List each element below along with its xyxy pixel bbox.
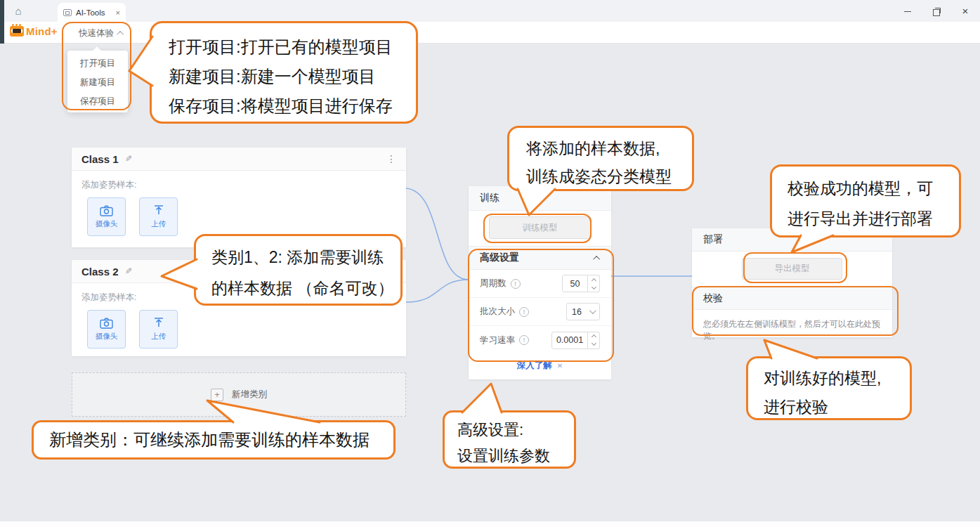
callout-line: 训练成姿态分类模型 [526,162,692,190]
add-class-label: 新增类别 [232,389,267,401]
menu-item-save-project[interactable]: 保存项目 [67,92,128,111]
epochs-stepper[interactable] [588,275,600,292]
training-title: 训练 [480,192,499,204]
epochs-input[interactable] [562,275,588,292]
step-down-icon[interactable] [591,284,596,289]
info-icon[interactable]: ! [519,307,529,317]
window-controls: × [903,0,970,22]
learn-more-link[interactable]: 深入了解 [517,360,552,372]
camera-label: 摄像头 [96,332,118,341]
close-button[interactable]: × [960,6,970,16]
param-row-epochs: 周期数 ! [469,270,611,298]
callout-line: 高级设置: [457,417,574,443]
tab-ai-tools[interactable]: AI-Tools × [58,3,126,22]
camera-icon [100,205,113,216]
camera-button[interactable]: 摄像头 [87,197,126,236]
minimize-button[interactable] [903,6,913,16]
callout-line: 新增类别：可继续添加需要训练的样本数据 [49,429,370,451]
callout-line: 的样本数据 （命名可改） [211,273,400,304]
sample-buttons: 摄像头 上传 [87,197,406,236]
edit-pencil-icon[interactable]: ✎ [125,266,132,276]
step-down-icon[interactable] [591,341,596,346]
callout-line: 保存项目:将模型项目进行保存 [169,91,416,121]
param-row-learning-rate: 学习速率 ! [469,326,611,354]
advanced-settings-title: 高级设置 [480,252,519,264]
callout-line: 将添加的样本数据, [526,134,692,162]
callout-line: 类别1、2: 添加需要训练 [211,242,400,273]
upload-button[interactable]: 上传 [139,197,178,236]
validate-header: 校验 [692,287,892,310]
sample-buttons: 摄像头 上传 [87,310,406,349]
step-up-icon[interactable] [591,278,596,282]
bottom-strip [0,521,980,527]
info-icon[interactable]: ! [511,279,521,289]
callout-line: 校验成功的模型，可 [788,174,959,204]
upload-icon [153,318,164,329]
training-panel: 训练 训练模型 高级设置 周期数 ! 批次大小 ! [469,186,611,379]
chevron-up-icon [117,30,124,37]
class-card-1-header: Class 1 ✎ ⋮ [72,148,406,171]
learning-rate-input[interactable] [551,332,588,349]
callout-advanced: 高级设置: 设置训练参数 [443,410,576,469]
plus-icon: + [211,389,223,401]
learning-rate-stepper[interactable] [588,332,600,349]
callout-line: 新建项目:新建一个模型项目 [169,62,416,91]
upload-label: 上传 [151,332,166,341]
export-model-button[interactable]: 导出模型 [742,258,842,280]
collapse-chevron-icon[interactable] [593,255,600,262]
callout-line: 进行导出并进行部署 [788,204,959,234]
add-class-button[interactable]: + 新增类别 [72,372,406,417]
callout-line: 设置训练参数 [457,443,574,469]
callout-validate: 对训练好的模型, 进行校验 [746,356,912,420]
train-model-button[interactable]: 训练模型 [489,216,592,239]
learn-more-row: 深入了解 ✕ [469,360,611,372]
callout-line: 进行校验 [764,393,910,422]
camera-button[interactable]: 摄像头 [87,310,126,349]
callout-quick-menu: 打开项目:打开已有的模型项目 新建项目:新建一个模型项目 保存项目:将模型项目进… [150,21,418,124]
quick-menu-dropdown: 打开项目 新建项目 保存项目 [67,51,128,112]
toolbar [0,22,980,44]
tab-title: AI-Tools [76,8,112,17]
class-1-title: Class 1 [81,153,119,165]
step-up-icon[interactable] [591,334,596,339]
callout-classes: 类别1、2: 添加需要训练 的样本数据 （命名可改） [194,234,403,306]
camera-icon [100,318,113,329]
batch-size-value: 16 [572,307,582,317]
epochs-label: 周期数 [480,278,507,289]
callout-line: 对训练好的模型, [764,364,910,393]
quick-experience-menu-button[interactable]: 快速体验 [72,25,130,41]
learning-rate-label: 学习速率 [480,334,515,346]
home-icon[interactable]: ⌂ [11,5,25,18]
param-row-batch-size: 批次大小 ! 16 [469,298,611,326]
info-icon[interactable]: ! [519,335,529,345]
edit-pencil-icon[interactable]: ✎ [125,154,132,164]
camera-label: 摄像头 [96,219,118,229]
batch-size-label: 批次大小 [480,306,515,318]
callout-train: 将添加的样本数据, 训练成姿态分类模型 [507,126,694,191]
menu-item-open-project[interactable]: 打开项目 [67,54,128,73]
edge-strip [0,0,4,44]
validate-title: 校验 [703,292,723,305]
upload-button[interactable]: 上传 [139,310,178,349]
sample-hint: 添加姿势样本: [81,179,406,191]
batch-size-select[interactable]: 16 [566,303,600,320]
tab-page-icon [63,9,72,16]
menu-item-new-project[interactable]: 新建项目 [67,73,128,92]
advanced-settings-header[interactable]: 高级设置 [469,246,611,270]
deploy-title: 部署 [703,233,723,246]
callout-add-class: 新增类别：可继续添加需要训练的样本数据 [32,420,396,460]
robot-logo-icon [10,26,24,37]
validate-hint: 您必须先在左侧训练模型，然后才可以在此处预览。 [692,310,892,342]
callout-line: 打开项目:打开已有的模型项目 [169,32,416,62]
class-2-title: Class 2 [81,266,119,278]
dismiss-icon[interactable]: ✕ [557,362,563,370]
logo-text: Mind+ [26,25,58,37]
chevron-down-icon [589,307,596,314]
quick-experience-label: 快速体验 [79,27,114,39]
mindplus-logo: Mind+ [10,25,58,37]
kebab-menu-icon[interactable]: ⋮ [386,153,396,164]
maximize-button[interactable] [932,6,941,16]
deploy-panel: 部署 导出模型 校验 您必须先在左侧训练模型，然后才可以在此处预览。 [692,228,892,337]
tab-close-icon[interactable]: × [116,8,120,17]
titlebar: ⌂ AI-Tools × × [0,0,980,22]
